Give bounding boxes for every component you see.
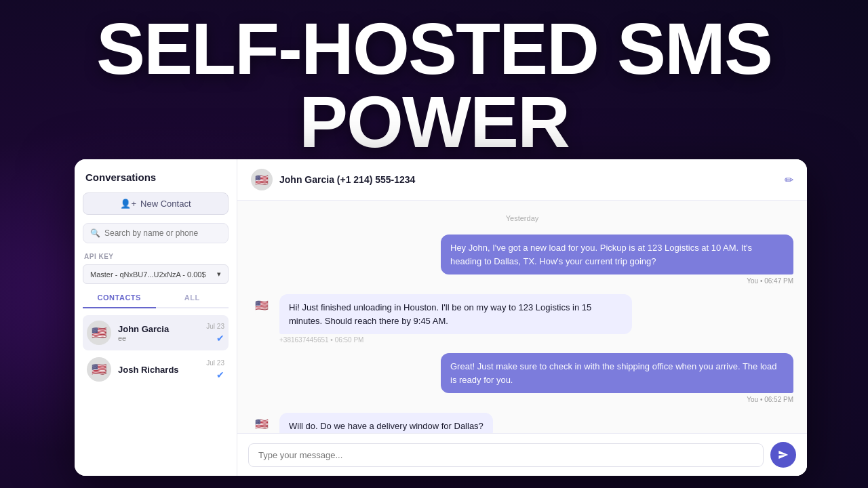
contact-name-josh-richards: Josh Richards	[118, 365, 199, 375]
msg-avatar-4: 🇺🇸	[251, 413, 273, 433]
new-contact-label: New Contact	[140, 199, 191, 209]
bubble-4: Will do. Do we have a delivery window fo…	[279, 413, 493, 433]
chat-header: 🇺🇸 John Garcia (+1 214) 555-1234 ✏	[237, 159, 807, 201]
chevron-down-icon: ▾	[217, 270, 221, 279]
date-divider: Yesterday	[251, 214, 793, 222]
user-plus-icon: 👤+	[120, 199, 136, 209]
send-icon	[778, 449, 789, 460]
search-box: 🔍	[83, 223, 229, 243]
contact-meta-john-garcia: Jul 23 ✔	[206, 323, 224, 344]
bubble-2: Hi! Just finished unloading in Houston. …	[279, 294, 632, 334]
msg-content-4: Will do. Do we have a delivery window fo…	[279, 413, 493, 433]
contact-list: 🇺🇸 John Garcia ee Jul 23 ✔ 🇺🇸 Josh Richa…	[83, 315, 229, 387]
hero-title: SELF-HOSTED SMS POWER	[0, 12, 868, 159]
message-row-2: 🇺🇸 Hi! Just finished unloading in Housto…	[251, 294, 793, 344]
avatar-john-garcia: 🇺🇸	[87, 321, 111, 345]
msg-content-1: Hey John, I've got a new load for you. P…	[441, 235, 793, 285]
contact-item-john-garcia[interactable]: 🇺🇸 John Garcia ee Jul 23 ✔	[83, 315, 229, 350]
tabs-row: CONTACTS ALL	[83, 293, 229, 308]
sidebar: Conversations 👤+ New Contact 🔍 API KEY M…	[75, 159, 237, 476]
contact-meta-josh-richards: Jul 23 ✔	[206, 359, 224, 380]
bubble-1: Hey John, I've got a new load for you. P…	[441, 235, 793, 274]
app-window: Conversations 👤+ New Contact 🔍 API KEY M…	[75, 159, 807, 476]
contact-info-john-garcia: John Garcia ee	[118, 324, 199, 342]
contact-info-josh-richards: Josh Richards	[118, 365, 199, 375]
contact-date-josh-richards: Jul 23	[206, 359, 224, 367]
msg-content-2: Hi! Just finished unloading in Houston. …	[279, 294, 632, 344]
chat-area: 🇺🇸 John Garcia (+1 214) 555-1234 ✏ Yeste…	[237, 159, 807, 476]
tab-contacts[interactable]: CONTACTS	[83, 293, 156, 308]
chat-header-avatar: 🇺🇸	[251, 169, 273, 190]
sidebar-title: Conversations	[83, 171, 229, 183]
msg-avatar-2: 🇺🇸	[251, 294, 273, 316]
api-key-select[interactable]: Master - qNxBU7...U2xNzA - 0.00$ ▾	[83, 264, 229, 284]
tab-all[interactable]: ALL	[156, 293, 229, 307]
new-contact-button[interactable]: 👤+ New Contact	[83, 192, 229, 215]
message-row-1: Hey John, I've got a new load for you. P…	[251, 235, 793, 285]
contact-name-john-garcia: John Garcia	[118, 324, 199, 334]
message-input[interactable]	[248, 443, 764, 467]
message-row-4: 🇺🇸 Will do. Do we have a delivery window…	[251, 413, 793, 433]
api-key-value: Master - qNxBU7...U2xNzA - 0.00$	[90, 270, 206, 279]
edit-icon[interactable]: ✏	[785, 174, 793, 186]
message-row-3: Great! Just make sure to check in with t…	[251, 353, 793, 403]
msg-content-3: Great! Just make sure to check in with t…	[441, 353, 793, 403]
msg-meta-3: You • 06:52 PM	[747, 396, 793, 403]
chat-messages: Yesterday Hey John, I've got a new load …	[237, 201, 807, 433]
contact-preview-john-garcia: ee	[118, 334, 199, 342]
search-input[interactable]	[104, 228, 221, 238]
bubble-3: Great! Just make sure to check in with t…	[441, 353, 793, 393]
send-button[interactable]	[770, 442, 796, 468]
search-icon: 🔍	[90, 228, 100, 238]
api-key-label: API KEY	[83, 253, 229, 260]
contact-date-john-garcia: Jul 23	[206, 323, 224, 330]
contact-item-josh-richards[interactable]: 🇺🇸 Josh Richards Jul 23 ✔	[83, 352, 229, 387]
contact-badge-josh-richards: ✔	[216, 369, 224, 380]
msg-phone-time-2: +381637445651 • 06:50 PM	[279, 336, 632, 344]
avatar-josh-richards: 🇺🇸	[87, 357, 111, 382]
chat-input-area	[237, 433, 807, 476]
msg-meta-1: You • 06:47 PM	[747, 277, 793, 285]
chat-header-name: John Garcia (+1 214) 555-1234	[279, 174, 778, 185]
contact-badge-john-garcia: ✔	[216, 333, 224, 344]
